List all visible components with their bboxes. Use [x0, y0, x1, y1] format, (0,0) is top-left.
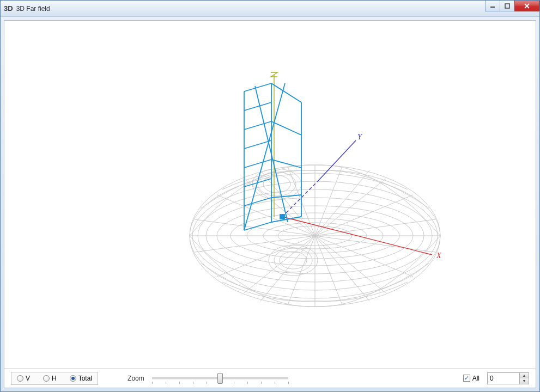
radio-icon [70, 375, 76, 382]
svg-line-38 [271, 160, 301, 168]
zoom-slider[interactable] [152, 372, 288, 385]
farfield-mesh [190, 165, 440, 307]
svg-point-17 [269, 245, 318, 275]
polarization-radio-group: V H Total [11, 372, 98, 385]
svg-line-32 [244, 198, 271, 206]
spinner-input[interactable] [487, 372, 520, 384]
close-button[interactable] [514, 1, 539, 11]
radio-h-label: H [52, 375, 57, 382]
maximize-icon [505, 3, 510, 9]
app-icon: 3D [4, 4, 13, 13]
svg-line-22 [318, 140, 356, 181]
app-window: 3D 3D Far field [0, 0, 540, 392]
slider-thumb[interactable] [217, 373, 223, 384]
zoom-label: Zoom [128, 375, 144, 382]
svg-rect-42 [280, 215, 284, 219]
radio-v-label: V [26, 375, 30, 382]
client-area: X Y [4, 20, 536, 388]
all-checkbox[interactable]: ✓ All [463, 375, 480, 382]
checkbox-icon: ✓ [463, 375, 470, 382]
svg-rect-1 [505, 4, 509, 8]
index-spinner: ▲ ▼ [487, 372, 529, 384]
svg-line-40 [244, 83, 285, 230]
svg-line-37 [271, 121, 301, 135]
spinner-down-button[interactable]: ▼ [520, 378, 529, 384]
spinner-up-button[interactable]: ▲ [520, 373, 529, 379]
radio-h[interactable]: H [43, 375, 57, 382]
axis-y-label: Y [357, 133, 363, 141]
minimize-button[interactable] [485, 1, 500, 11]
radio-v[interactable]: V [17, 375, 30, 382]
svg-line-34 [271, 83, 301, 102]
window-buttons [486, 1, 539, 11]
radio-total[interactable]: Total [70, 375, 92, 382]
radio-icon [43, 375, 50, 382]
minimize-icon [490, 3, 495, 9]
titlebar[interactable]: 3D 3D Far field [1, 1, 539, 17]
bottom-toolbar: V H Total Zoom [4, 368, 536, 388]
radio-total-label: Total [78, 375, 92, 382]
svg-line-39 [271, 195, 301, 198]
svg-line-26 [244, 83, 271, 91]
window-title: 3D Far field [16, 5, 536, 13]
axis-x-label: X [436, 252, 441, 260]
radio-icon [17, 375, 23, 382]
close-icon [524, 3, 530, 9]
viewport-3d[interactable]: X Y [4, 21, 536, 368]
all-checkbox-label: All [472, 375, 480, 382]
svg-line-27 [244, 102, 271, 111]
svg-line-28 [244, 121, 271, 130]
antenna-structure [244, 83, 301, 230]
svg-line-30 [244, 160, 271, 168]
maximize-button[interactable] [500, 1, 515, 11]
